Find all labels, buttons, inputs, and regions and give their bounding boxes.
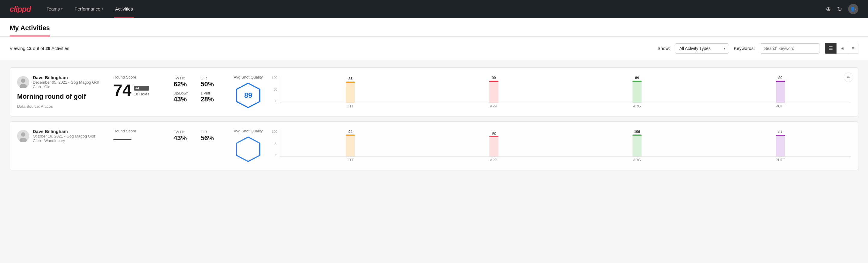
round-score-section: Round Score 74 +4 18 Holes: [114, 75, 161, 98]
score-badge: +4: [134, 86, 149, 91]
activity-type-select[interactable]: All Activity Types: [675, 43, 729, 54]
viewing-total: 29: [45, 46, 51, 51]
view-toggle-group: ☰ ⊞ ≡: [825, 43, 858, 54]
activity-card: Dave Billingham October 16, 2021 - Gog M…: [10, 121, 858, 170]
activity-type-select-wrapper: All Activity Types ▾: [675, 43, 729, 54]
user-info: Dave Billingham October 16, 2021 - Gog M…: [33, 129, 101, 143]
svg-point-5: [21, 133, 25, 137]
stats-grid: FW Hit 62% GIR 50% Up/Down 43% 1 Putt 28…: [174, 76, 222, 103]
score-meta: +4 18 Holes: [134, 86, 149, 98]
quality-left: Avg Shot Quality 89: [234, 75, 263, 109]
keywords-label: Keywords:: [734, 46, 755, 51]
view-toggle-list-compact[interactable]: ☰: [825, 43, 837, 54]
score-number: 74: [114, 82, 131, 98]
oneputt-value: 28%: [200, 95, 222, 103]
stat-fw-hit: FW Hit 62%: [174, 76, 195, 88]
stats-section: FW Hit 62% GIR 50% Up/Down 43% 1 Putt 28…: [174, 75, 222, 103]
card-left: Dave Billingham October 16, 2021 - Gog M…: [17, 129, 101, 147]
activity-date: December 05, 2021 - Gog Magog Golf Club …: [33, 80, 101, 89]
user-row: Dave Billingham December 05, 2021 - Gog …: [17, 75, 101, 89]
gir-label: GIR: [200, 130, 222, 134]
user-row: Dave Billingham October 16, 2021 - Gog M…: [17, 129, 101, 143]
stat-oneputt: 1 Putt 28%: [200, 91, 222, 103]
search-input[interactable]: [760, 43, 820, 54]
oneputt-label: 1 Putt: [200, 91, 222, 95]
bar-chart: 10050085908989OTTAPPARGPUTT: [272, 76, 851, 108]
hexagon: [235, 136, 262, 163]
activity-card: ✏ Dave Billingham December 05, 2021 - Go…: [10, 67, 858, 116]
hexagon: 89: [235, 82, 262, 109]
activity-date: October 16, 2021 - Gog Magog Golf Club -…: [33, 134, 101, 143]
app-logo[interactable]: clippd: [10, 4, 31, 14]
page-header: My Activities: [0, 18, 868, 37]
svg-marker-7: [237, 137, 260, 162]
hexagon-container: 89: [234, 82, 263, 109]
holes-text: 18 Holes: [134, 92, 149, 96]
navbar-right: ⊕ ↻ 👤 ▾: [826, 4, 858, 14]
updown-label: Up/Down: [174, 91, 195, 95]
quality-left: Avg Shot Quality: [234, 129, 263, 163]
updown-value: 43%: [174, 95, 195, 103]
user-info: Dave Billingham December 05, 2021 - Gog …: [33, 75, 101, 89]
card-left: Dave Billingham December 05, 2021 - Gog …: [17, 75, 101, 109]
teams-chevron-icon: ▾: [61, 7, 63, 10]
bar-chart: 100500948210687OTTAPPARGPUTT: [272, 130, 851, 162]
fw-hit-value: 43%: [174, 134, 195, 142]
hexagon-container: [234, 136, 263, 163]
fw-hit-value: 62%: [174, 80, 195, 88]
fw-hit-label: FW Hit: [174, 130, 195, 134]
viewing-count-text: Viewing 12 out of 29 Activities: [10, 46, 653, 51]
round-score-label: Round Score: [114, 75, 161, 80]
view-toggle-list-full[interactable]: ≡: [848, 43, 858, 54]
gir-value: 56%: [200, 134, 222, 142]
viewing-number: 12: [27, 46, 32, 51]
performance-chevron-icon: ▾: [102, 7, 103, 10]
shot-quality-label: Avg Shot Quality: [234, 129, 263, 133]
user-name: Dave Billingham: [33, 75, 101, 80]
show-label: Show:: [657, 46, 670, 51]
filter-bar: Viewing 12 out of 29 Activities Show: Al…: [0, 37, 868, 60]
avatar: [17, 76, 29, 88]
nav-performance[interactable]: Performance ▾: [73, 0, 104, 18]
add-icon[interactable]: ⊕: [826, 5, 831, 12]
stat-fw-hit: FW Hit 43%: [174, 130, 195, 142]
user-avatar-menu[interactable]: 👤 ▾: [848, 4, 858, 14]
user-name: Dave Billingham: [33, 129, 101, 134]
page-title: My Activities: [10, 24, 50, 36]
shot-quality-section: Avg Shot Quality 89 10050085908989OTTAPP…: [234, 75, 851, 109]
shot-quality-section: Avg Shot Quality 100500948210687OTTAPPAR…: [234, 129, 851, 163]
stat-gir: GIR 50%: [200, 76, 222, 88]
user-menu-chevron-icon: ▾: [855, 7, 857, 11]
stat-updown: Up/Down 43%: [174, 91, 195, 103]
activities-list: ✏ Dave Billingham December 05, 2021 - Go…: [0, 60, 868, 178]
gir-value: 50%: [200, 80, 222, 88]
refresh-icon[interactable]: ↻: [837, 5, 842, 12]
gir-label: GIR: [200, 76, 222, 80]
svg-point-1: [21, 79, 25, 83]
navbar: clippd Teams ▾ Performance ▾ Activities …: [0, 0, 868, 18]
round-score-label: Round Score: [114, 129, 161, 133]
nav-teams[interactable]: Teams ▾: [45, 0, 64, 18]
user-icon: 👤: [850, 7, 855, 11]
round-score-section: Round Score: [114, 129, 161, 140]
shot-quality-value: 89: [244, 91, 252, 99]
fw-hit-label: FW Hit: [174, 76, 195, 80]
view-toggle-grid[interactable]: ⊞: [837, 43, 848, 54]
activity-title: Morning round of golf: [17, 93, 101, 100]
shot-quality-label: Avg Shot Quality: [234, 75, 263, 80]
data-source: Data Source: Arccos: [17, 104, 101, 109]
edit-button[interactable]: ✏: [844, 72, 853, 82]
stats-section: FW Hit 43% GIR 56%: [174, 129, 222, 142]
avatar: [17, 130, 29, 142]
nav-activities[interactable]: Activities: [114, 0, 134, 18]
score-display: 74 +4 18 Holes: [114, 82, 161, 98]
stat-gir: GIR 56%: [200, 130, 222, 142]
stats-grid: FW Hit 43% GIR 56%: [174, 130, 222, 142]
